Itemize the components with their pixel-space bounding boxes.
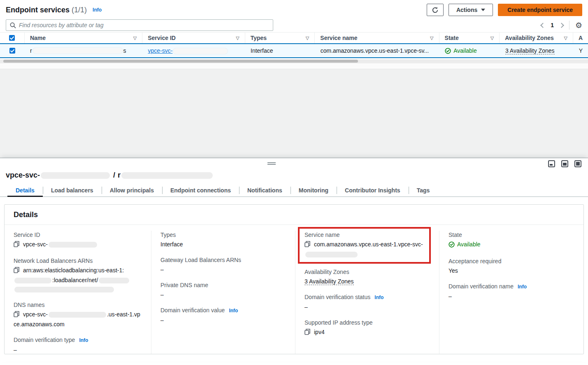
field-label: Network Load Balancers ARNs	[14, 257, 143, 265]
column-filter-icon[interactable]: ▽	[430, 35, 433, 41]
details-column-4: StateAvailableAcceptance requiredYesDoma…	[439, 231, 583, 354]
field-network-load-balancers-arns: Network Load Balancers ARNsarn:aws:elast…	[14, 257, 143, 294]
prev-page-icon[interactable]	[540, 23, 546, 28]
field-value: –	[160, 316, 287, 325]
service-id-link[interactable]: vpce-svc-	[148, 47, 228, 54]
tab-load-balancers[interactable]: Load balancers	[43, 184, 102, 197]
check-circle-icon	[445, 48, 451, 54]
column-header-types[interactable]: Types ▽	[245, 33, 315, 43]
field-value: –	[304, 302, 431, 311]
row-service-name-cell: com.amazonaws.vpce.us-east-1.vpce-sv...	[315, 44, 439, 57]
field-label: Private DNS name	[160, 281, 287, 289]
info-link[interactable]: Info	[374, 295, 383, 300]
field-label: Gateway Load Balancers ARNs	[160, 256, 287, 264]
create-endpoint-service-button[interactable]: Create endpoint service	[498, 4, 582, 16]
page-number[interactable]: 1	[551, 22, 554, 28]
field-value: 3 Availability Zones	[304, 277, 431, 286]
search-input[interactable]	[19, 22, 269, 28]
endpoint-services-pane: Endpoint services (1/1) Info Actions Cre…	[0, 0, 588, 69]
column-header-truncated[interactable]: A	[573, 33, 588, 43]
column-filter-icon[interactable]: ▽	[306, 35, 309, 41]
column-filter-icon[interactable]: ▽	[490, 35, 494, 41]
column-filter-icon[interactable]: ▽	[564, 35, 567, 41]
info-link[interactable]: Info	[79, 337, 88, 343]
select-all-cell	[0, 33, 25, 43]
redacted-text	[173, 48, 228, 54]
copy-icon[interactable]	[14, 267, 19, 276]
field-label: Service name	[304, 231, 426, 239]
refresh-button[interactable]	[427, 4, 444, 16]
table-header: Name ▽ Service ID ▽ Types ▽ Service name…	[0, 32, 588, 43]
tab-endpoint-connections[interactable]: Endpoint connections	[162, 184, 239, 197]
split-panel: vpce-svc-/r DetailsLoad balancersAllow p…	[0, 158, 588, 362]
availability-zones-link[interactable]: 3 Availability Zones	[304, 278, 354, 285]
table-row[interactable]: rs vpce-svc- Interface com.amazonaws.vpc…	[0, 43, 588, 58]
tab-details[interactable]: Details	[7, 184, 43, 197]
column-header-service-name[interactable]: Service name ▽	[315, 33, 439, 43]
field-value: ipv4	[304, 328, 431, 337]
panel-size-small-icon[interactable]	[548, 160, 555, 167]
field-label: Acceptance required	[449, 257, 575, 265]
field-value: arn:aws:elasticloadbalancing:us-east-1::…	[14, 266, 143, 294]
field-label: Domain verification statusInfo	[304, 293, 431, 302]
header-actions: Actions Create endpoint service	[427, 4, 582, 16]
page-background	[0, 69, 588, 158]
select-all-checkbox[interactable]	[9, 35, 15, 41]
column-filter-icon[interactable]: ▽	[133, 35, 137, 41]
table-card-footer	[0, 63, 588, 69]
row-select-cell	[0, 44, 25, 57]
redacted-text	[41, 172, 110, 179]
tab-contributor-insights[interactable]: Contributor Insights	[337, 184, 409, 197]
field-domain-verification-status: Domain verification statusInfo–	[304, 293, 431, 311]
horizontal-scrollbar	[0, 59, 588, 63]
column-filter-icon[interactable]: ▽	[236, 35, 239, 41]
field-label: Types	[160, 231, 287, 239]
row-state-cell: Available	[439, 44, 500, 57]
field-value: –	[160, 265, 287, 274]
page-info-link[interactable]: Info	[93, 7, 102, 13]
redacted-text	[305, 252, 358, 257]
field-acceptance-required: Acceptance requiredYes	[449, 257, 575, 275]
row-checkbox[interactable]	[9, 48, 15, 54]
field-value: –	[449, 292, 575, 301]
row-service-id-cell: vpce-svc-	[142, 44, 245, 57]
field-private-dns-name: Private DNS name–	[160, 281, 287, 299]
tab-monitoring[interactable]: Monitoring	[291, 184, 337, 197]
info-link[interactable]: Info	[518, 284, 527, 290]
field-value: Available	[449, 240, 575, 250]
column-header-availability-zones[interactable]: Availability Zones ▽	[500, 33, 573, 43]
next-page-icon[interactable]	[559, 23, 564, 28]
column-header-name[interactable]: Name ▽	[25, 33, 142, 43]
copy-icon[interactable]	[304, 328, 310, 337]
field-gateway-load-balancers-arns: Gateway Load Balancers ARNs–	[160, 256, 287, 274]
search-icon	[10, 22, 16, 28]
pagination: 1 ⚙	[541, 21, 582, 30]
check-circle-icon	[449, 241, 455, 248]
toolbar-divider	[569, 21, 569, 30]
details-column-1: Service IDvpce-svc-Network Load Balancer…	[5, 231, 151, 354]
copy-icon[interactable]	[14, 241, 19, 250]
tab-tags[interactable]: Tags	[409, 184, 438, 197]
info-link[interactable]: Info	[229, 308, 238, 314]
actions-button[interactable]: Actions	[449, 4, 493, 16]
row-name-cell: rs	[25, 44, 143, 57]
panel-size-large-icon[interactable]	[574, 160, 581, 167]
details-columns: Service IDvpce-svc-Network Load Balancer…	[5, 225, 583, 354]
field-value: Yes	[449, 266, 575, 275]
horizontal-scrollbar-thumb[interactable]	[3, 60, 358, 63]
panel-size-medium-icon[interactable]	[561, 160, 568, 167]
column-header-state[interactable]: State ▽	[439, 33, 500, 43]
page-title-text: Endpoint services	[6, 6, 70, 14]
settings-gear-icon[interactable]: ⚙	[575, 21, 582, 29]
column-header-service-id[interactable]: Service ID ▽	[142, 33, 245, 43]
copy-icon[interactable]	[304, 241, 310, 250]
tabs: DetailsLoad balancersAllow principalsEnd…	[0, 184, 588, 197]
search-box[interactable]	[6, 19, 273, 31]
copy-icon[interactable]	[14, 311, 19, 320]
tab-notifications[interactable]: Notifications	[239, 184, 291, 197]
details-card: Details Service IDvpce-svc-Network Load …	[4, 204, 584, 354]
split-panel-drag-handle[interactable]	[267, 161, 276, 166]
status-badge: Available	[449, 240, 481, 249]
availability-zones-link[interactable]: 3 Availability Zones	[505, 47, 555, 54]
tab-allow-principals[interactable]: Allow principals	[102, 184, 162, 197]
